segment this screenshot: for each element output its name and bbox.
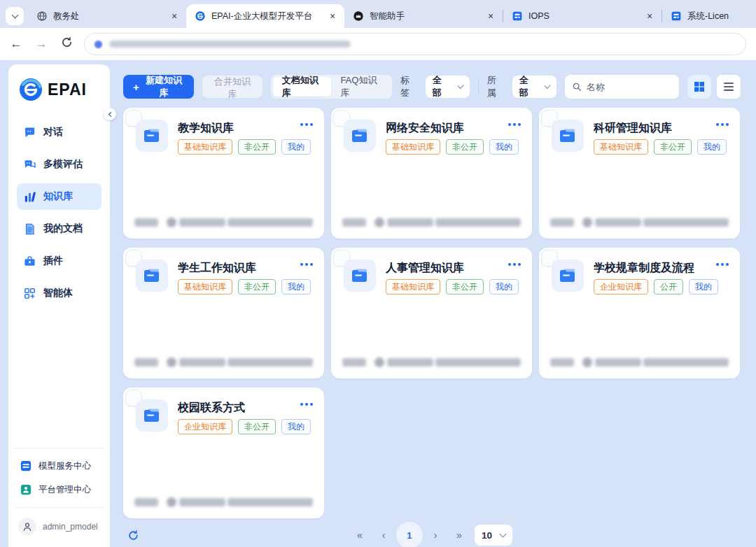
sidebar-item-chat[interactable]: 对话: [17, 119, 102, 145]
divider: [14, 448, 104, 448]
platform-center-icon: [20, 483, 32, 496]
card-tag-blue: 我的: [489, 139, 519, 155]
sidebar-item-plugin[interactable]: 插件: [17, 248, 102, 274]
page-size-select[interactable]: 10: [475, 525, 512, 546]
tab-close-icon[interactable]: ×: [643, 10, 656, 22]
grid-view-button[interactable]: [687, 75, 711, 99]
search-input[interactable]: [587, 82, 672, 92]
refresh-button[interactable]: [127, 530, 139, 541]
card-tag-blue: 我的: [281, 419, 311, 434]
creator-name-blurred: [595, 358, 641, 367]
app-blue-icon: [512, 10, 523, 22]
current-page-indicator[interactable]: 1: [399, 525, 420, 546]
user-account-row[interactable]: admin_pmodel: [17, 513, 102, 540]
knowledge-base-card[interactable]: 科研管理知识库 基础知识库非公开我的: [539, 108, 740, 239]
creator-name-blurred: [387, 358, 433, 367]
knowledge-base-card[interactable]: 网络安全知识库 基础知识库非公开我的: [331, 108, 532, 239]
creator-avatar-blurred: [167, 497, 176, 507]
creator-avatar-blurred: [167, 357, 176, 367]
kb-type-segmented-control: 文档知识库FAQ知识库: [271, 75, 392, 99]
next-page-button[interactable]: ›: [427, 530, 444, 541]
url-text-blurred: [109, 41, 351, 48]
sidebar-item-multichat[interactable]: 多模评估: [17, 151, 102, 178]
new-knowledge-base-button[interactable]: + 新建知识库: [123, 75, 194, 99]
back-button[interactable]: ←: [8, 37, 24, 51]
owner-filter-select[interactable]: 全部: [512, 76, 556, 98]
card-tag-orange: 企业知识库: [178, 419, 232, 434]
epai-icon: [195, 10, 206, 22]
browser-tab[interactable]: 教务处 ×: [28, 4, 186, 28]
first-page-button[interactable]: «: [351, 530, 368, 541]
knowledge-base-card[interactable]: 学生工作知识库 基础知识库非公开我的: [123, 248, 324, 378]
creator-avatar-blurred: [374, 218, 384, 227]
more-actions-icon[interactable]: [716, 263, 729, 266]
reload-button[interactable]: [59, 36, 74, 52]
knowledge-icon: [23, 190, 36, 204]
browser-tab[interactable]: IOPS ×: [503, 4, 662, 28]
more-actions-icon[interactable]: [508, 263, 521, 266]
creator-name-blurred: [179, 498, 225, 506]
card-tags: 基础知识库非公开我的: [178, 139, 311, 155]
card-tag-orange: 基础知识库: [386, 139, 440, 155]
card-tag-green: 非公开: [446, 139, 484, 155]
folder-icon: [136, 260, 168, 292]
tab-close-icon[interactable]: ×: [326, 10, 339, 22]
knowledge-base-card[interactable]: 学校规章制度及流程 企业知识库公开我的: [539, 248, 740, 378]
sidebar-collapse-button[interactable]: [104, 108, 116, 120]
tab-close-icon[interactable]: ×: [484, 10, 497, 22]
sidebar-footer-item-platform-center[interactable]: 平台管理中心: [17, 478, 102, 502]
kb-type-tab[interactable]: 文档知识库: [273, 77, 332, 97]
browser-tab[interactable]: 系统-Licen ×: [662, 4, 756, 28]
chevron-down-icon: [11, 12, 18, 19]
sidebar: EPAI 对话 多模评估 知识库 我的文档 插件 智能体 模型服务中心 平台管理…: [8, 64, 110, 547]
card-tags: 企业知识库公开我的: [594, 279, 718, 294]
knowledge-base-card[interactable]: 校园联系方式 企业知识库非公开我的: [123, 388, 324, 518]
list-view-button[interactable]: [717, 75, 741, 99]
sidebar-item-label: 对话: [43, 126, 63, 138]
more-actions-icon[interactable]: [300, 123, 313, 126]
forward-button[interactable]: →: [34, 37, 49, 51]
merge-knowledge-base-button[interactable]: 合并知识库: [202, 76, 262, 98]
tab-close-icon[interactable]: ×: [168, 10, 181, 22]
more-actions-icon[interactable]: [716, 123, 729, 126]
more-actions-icon[interactable]: [300, 263, 313, 266]
more-actions-icon[interactable]: [508, 123, 521, 126]
folder-icon: [136, 399, 168, 432]
sidebar-footer-item-model-center[interactable]: 模型服务中心: [17, 454, 102, 478]
browser-tab[interactable]: 智能助手 ×: [344, 4, 503, 28]
card-tag-blue: 我的: [281, 279, 311, 294]
creator-label-blurred: [342, 358, 366, 367]
tag-filter-select[interactable]: 全部: [426, 76, 470, 98]
card-tag-blue: 我的: [489, 279, 519, 294]
tag-filter-label: 标签: [400, 74, 417, 99]
owner-filter-value: 全部: [519, 74, 536, 99]
sidebar-item-doc[interactable]: 我的文档: [17, 215, 102, 242]
prev-page-button[interactable]: ‹: [375, 530, 392, 541]
tab-list-button[interactable]: [6, 7, 24, 25]
knowledge-base-card[interactable]: 教学知识库 基础知识库非公开我的: [123, 108, 324, 239]
card-tag-green: 非公开: [654, 139, 692, 155]
kb-type-tab[interactable]: FAQ知识库: [331, 77, 390, 97]
owner-filter-label: 所属: [487, 74, 504, 99]
site-icon: [94, 41, 102, 48]
date-blurred: [227, 218, 313, 227]
divider: [478, 80, 479, 94]
last-page-button[interactable]: »: [451, 530, 468, 541]
card-title: 网络安全知识库: [386, 121, 501, 136]
sidebar-item-knowledge[interactable]: 知识库: [17, 183, 102, 210]
address-bar[interactable]: [84, 33, 746, 55]
creator-avatar-blurred: [582, 218, 592, 227]
date-blurred: [227, 358, 313, 367]
card-tag-green: 非公开: [238, 419, 276, 434]
knowledge-base-card[interactable]: 人事管理知识库 基础知识库非公开我的: [331, 248, 532, 378]
tag-filter-value: 全部: [433, 74, 449, 99]
user-name: admin_pmodel: [43, 522, 98, 532]
more-actions-icon[interactable]: [300, 403, 313, 406]
toolbar: + 新建知识库 合并知识库 文档知识库FAQ知识库 标签 全部 所属 全部: [123, 74, 741, 99]
sidebar-item-agent[interactable]: 智能体: [17, 280, 102, 306]
browser-tab[interactable]: EPAI-企业大模型开发平台 ×: [186, 4, 344, 28]
tab-strip: 教务处 × EPAI-企业大模型开发平台 × 智能助手 × IOPS × 系统-…: [0, 0, 756, 28]
sidebar-footer-label: 平台管理中心: [38, 484, 91, 496]
folder-icon: [552, 120, 584, 152]
chevron-down-icon: [457, 83, 463, 89]
